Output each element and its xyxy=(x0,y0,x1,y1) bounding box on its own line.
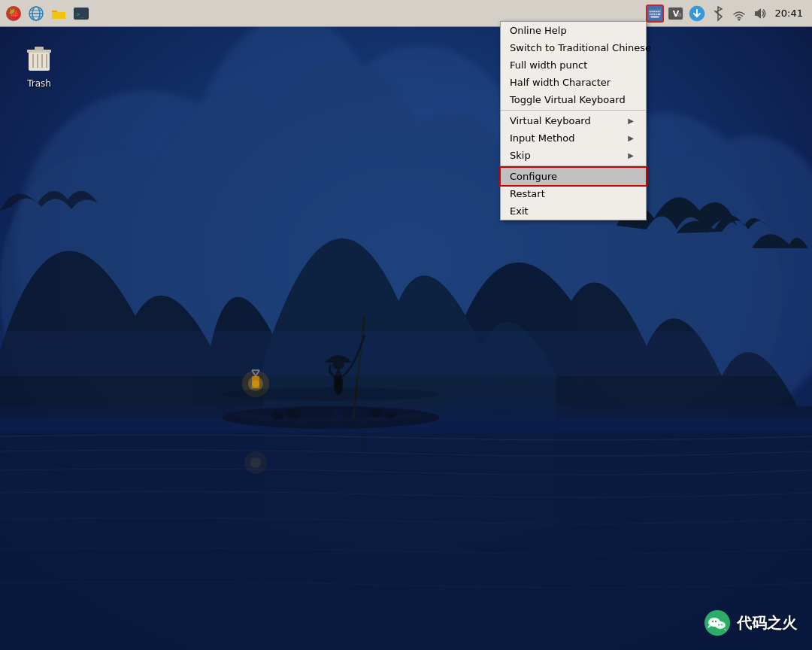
svg-rect-53 xyxy=(659,11,660,12)
svg-point-29 xyxy=(222,387,440,401)
menu-item-online-help[interactable]: Online Help xyxy=(501,22,646,39)
menu-arrow-skip: ▶ xyxy=(628,151,634,159)
svg-point-33 xyxy=(250,457,261,468)
menu-item-toggle-vkb[interactable]: Toggle Virtual Keyboard xyxy=(501,91,646,108)
svg-point-76 xyxy=(715,621,717,622)
watermark: 代码之火 xyxy=(704,609,797,636)
svg-rect-57 xyxy=(655,14,656,15)
svg-point-64 xyxy=(738,18,740,20)
svg-rect-43 xyxy=(52,12,65,19)
menu-item-switch-chinese[interactable]: Switch to Traditional Chinese xyxy=(501,39,646,56)
menu-item-half-width-char[interactable]: Half width Character xyxy=(501,74,646,91)
trash-icon-image xyxy=(21,39,57,75)
menu-item-input-method[interactable]: Input Method ▶ xyxy=(501,129,646,147)
volume-tray-icon[interactable] xyxy=(751,5,769,23)
svg-rect-52 xyxy=(657,11,659,12)
wechat-icon xyxy=(704,609,731,636)
menu-item-skip[interactable]: Skip ▶ xyxy=(501,147,646,164)
svg-point-77 xyxy=(718,624,720,626)
svg-rect-48 xyxy=(649,11,650,12)
bluetooth-tray-icon[interactable] xyxy=(709,5,727,23)
keyboard-tray-icon[interactable] xyxy=(646,5,664,23)
svg-rect-34 xyxy=(0,331,812,376)
desktop: 🍓 xyxy=(0,0,812,650)
menu-item-exit[interactable]: Exit xyxy=(501,202,646,220)
watermark-text: 代码之火 xyxy=(737,613,797,633)
v-tray-icon[interactable]: V a xyxy=(667,5,685,23)
svg-text:>_: >_ xyxy=(76,11,84,18)
svg-point-74 xyxy=(715,621,726,629)
context-menu: Online Help Switch to Traditional Chines… xyxy=(500,21,647,220)
svg-rect-50 xyxy=(653,11,655,12)
svg-rect-67 xyxy=(35,47,44,50)
svg-rect-49 xyxy=(651,11,653,12)
trash-desktop-icon[interactable]: Trash xyxy=(21,39,57,89)
taskbar: 🍓 xyxy=(0,0,812,27)
menu-arrow-virtual-keyboard: ▶ xyxy=(628,117,634,125)
svg-point-78 xyxy=(721,624,723,626)
svg-rect-54 xyxy=(649,14,650,15)
svg-text:🍓: 🍓 xyxy=(8,8,20,19)
menu-item-restart[interactable]: Restart xyxy=(501,185,646,202)
clock: 20:41 xyxy=(772,8,806,19)
svg-rect-59 xyxy=(650,16,659,17)
globe-icon[interactable] xyxy=(26,3,47,24)
trash-label: Trash xyxy=(27,78,51,89)
svg-rect-55 xyxy=(651,14,653,15)
svg-rect-13 xyxy=(0,421,812,650)
svg-point-75 xyxy=(712,621,714,622)
menu-item-full-width-punct[interactable]: Full width punct xyxy=(501,56,646,74)
taskbar-right: V a xyxy=(646,5,812,23)
menu-item-virtual-keyboard[interactable]: Virtual Keyboard ▶ xyxy=(501,112,646,129)
raspberry-icon[interactable]: 🍓 xyxy=(3,3,24,24)
folder-icon[interactable] xyxy=(48,3,69,24)
menu-item-configure[interactable]: Configure xyxy=(501,168,646,185)
svg-rect-56 xyxy=(653,14,655,15)
svg-rect-35 xyxy=(0,406,812,429)
background-scene xyxy=(0,0,812,650)
svg-rect-51 xyxy=(655,11,656,12)
wifi-tray-icon[interactable] xyxy=(730,5,748,23)
download-tray-icon[interactable] xyxy=(688,5,706,23)
menu-separator-2 xyxy=(501,166,646,166)
svg-rect-58 xyxy=(657,14,660,15)
terminal-icon[interactable]: >_ xyxy=(71,3,92,24)
menu-arrow-input-method: ▶ xyxy=(628,134,634,142)
taskbar-left: 🍓 xyxy=(0,3,92,24)
svg-rect-21 xyxy=(252,376,259,388)
svg-text:a: a xyxy=(677,11,681,18)
menu-separator-1 xyxy=(501,110,646,111)
